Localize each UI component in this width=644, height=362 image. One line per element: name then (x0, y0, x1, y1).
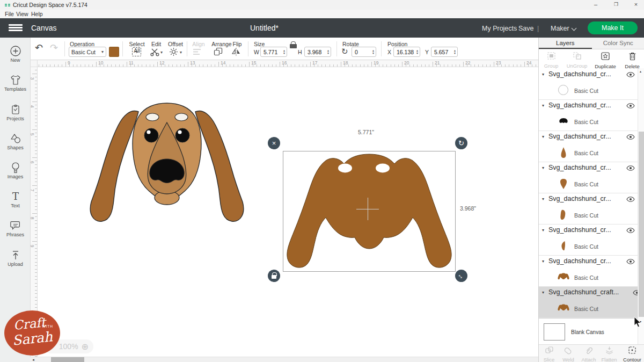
offset-caret-icon[interactable]: ▾ (180, 50, 182, 55)
visibility-eye-icon[interactable] (626, 134, 635, 140)
menu-help[interactable]: Help (31, 11, 43, 17)
tab-layers[interactable]: Layers (539, 38, 592, 49)
selection-height-label: 3.968" (460, 205, 476, 212)
deselect-handle[interactable]: × (268, 137, 280, 149)
close-button[interactable]: × (628, 1, 644, 9)
machine-chevron-down-icon[interactable] (572, 26, 577, 31)
dog-right-ear (195, 111, 244, 221)
select-all-button[interactable]: + (132, 47, 141, 56)
stepper-down-icon[interactable]: ▾ (454, 52, 456, 55)
duplicate-button[interactable]: Duplicate (593, 52, 618, 69)
layer-caret-icon[interactable]: ▾ (542, 290, 544, 295)
horizontal-scrollbar-thumb[interactable] (51, 357, 84, 362)
rotate-icon: ↻ (455, 137, 467, 149)
svg-text:T: T (12, 191, 18, 202)
rotate-input[interactable]: 0 ▴▾ (352, 47, 376, 57)
layer-row[interactable]: ▾ Svg_dachshund_cr... Basic Cut (539, 225, 638, 256)
layer-row[interactable]: ▾ Svg_dachshund_cr... Basic Cut (539, 69, 638, 100)
layer-caret-icon[interactable]: ▾ (542, 103, 544, 108)
sidebar-item-phrases[interactable]: Phrases (0, 220, 31, 237)
layer-row[interactable]: ▾ Svg_dachshund_cr... Basic Cut (539, 100, 638, 131)
blank-canvas-swatch[interactable] (544, 323, 565, 341)
sidebar-item-shapes[interactable]: Shapes (0, 133, 31, 150)
resize-handle[interactable]: ↔ (455, 270, 467, 282)
stepper-down-icon[interactable]: ▾ (416, 52, 418, 55)
x-label: X (387, 49, 391, 55)
sidebar-item-new[interactable]: New (0, 45, 31, 63)
sidebar-item-projects[interactable]: Projects (0, 104, 31, 121)
menu-file[interactable]: File (5, 11, 14, 17)
width-input[interactable]: 5.771 ▴▾ (260, 47, 287, 57)
tab-color-sync[interactable]: Color Sync (592, 38, 644, 49)
delete-button[interactable]: Delete (620, 52, 644, 69)
stepper-down-icon[interactable]: ▾ (283, 52, 285, 55)
edit-caret-icon[interactable]: ▾ (160, 50, 163, 55)
edit-scissors-icon[interactable] (150, 47, 159, 56)
scroll-left-icon[interactable]: ◄ (32, 358, 35, 361)
layer-row[interactable]: ▾ Svg_dachshund_cr... Basic Cut (539, 193, 638, 225)
operation-dropdown[interactable]: Basic Cut ▾ (69, 47, 106, 57)
layer-row[interactable]: ▾ Svg_dachshund_cr... Basic Cut (539, 256, 638, 287)
visibility-eye-icon[interactable] (626, 197, 635, 202)
color-swatch[interactable] (109, 47, 119, 57)
contour-icon (628, 346, 636, 354)
offset-icon[interactable] (169, 47, 178, 56)
scroll-up-icon[interactable]: ▴ (640, 69, 641, 73)
layer-row-selected[interactable]: ▾ Svg_dachshund_craft... Basic Cut (539, 287, 644, 318)
position-y-input[interactable]: 5.657 ▴▾ (431, 47, 458, 57)
visibility-eye-icon[interactable] (626, 165, 635, 171)
make-it-button[interactable]: Make It (588, 21, 638, 34)
undo-icon[interactable]: ↶ (35, 42, 43, 54)
app-header: Canvas Untitled* My Projects Save | Make… (0, 18, 644, 38)
layer-row[interactable]: ▾ Svg_dachshund_cr... Basic Cut (539, 131, 638, 162)
stepper-down-icon[interactable]: ▾ (327, 52, 329, 55)
zoom-in-icon[interactable]: ⊕ (82, 342, 89, 352)
layer-caret-icon[interactable]: ▾ (542, 72, 544, 77)
duplicate-icon (601, 52, 610, 61)
my-projects-link[interactable]: My Projects (482, 25, 517, 32)
machine-select[interactable]: Maker (551, 25, 569, 32)
size-lock-body (290, 44, 297, 48)
sidebar-item-upload[interactable]: Upload (0, 249, 31, 267)
layer-caret-icon[interactable]: ▾ (542, 134, 544, 139)
visibility-eye-icon[interactable] (626, 103, 635, 108)
hamburger-menu-icon[interactable] (9, 24, 23, 32)
blank-canvas-row[interactable]: Blank Canvas (539, 318, 644, 344)
sidebar-item-templates[interactable]: Templates (0, 74, 31, 92)
layers-scrollbar[interactable]: ▴ ▾ (638, 68, 644, 344)
layers-scrollbar-thumb[interactable] (639, 132, 644, 317)
layer-thumb-dog-head (557, 302, 570, 315)
menu-view[interactable]: View (16, 11, 28, 17)
visibility-eye-icon[interactable] (626, 259, 635, 264)
rotate-icon[interactable]: ↻ (341, 47, 348, 56)
position-x-input[interactable]: 16.138 ▴▾ (393, 47, 420, 57)
selection-center-crosshair (368, 198, 368, 220)
sidebar-item-text[interactable]: T Text (0, 191, 31, 208)
save-link[interactable]: Save (518, 25, 534, 32)
sidebar-item-label: Shapes (0, 145, 31, 150)
selection-bounding-box[interactable] (283, 151, 456, 272)
flip-icon[interactable] (231, 47, 241, 56)
maximize-button[interactable]: ❐ (608, 1, 624, 9)
layer-name: Svg_dachshund_cr... (548, 70, 611, 78)
dachshund-artwork-color[interactable] (82, 91, 252, 259)
layer-caret-icon[interactable]: ▾ (542, 197, 544, 201)
contour-button[interactable]: Contour (620, 346, 644, 362)
sidebar-item-images[interactable]: Images (0, 162, 31, 179)
design-canvas[interactable]: 9101112131415161718192021222324 3456789 … (31, 60, 538, 357)
layer-caret-icon[interactable]: ▾ (542, 259, 544, 264)
height-input[interactable]: 3.968 ▴▾ (304, 47, 331, 57)
visibility-eye-icon[interactable] (626, 72, 635, 77)
visibility-eye-icon[interactable] (626, 228, 635, 233)
dog-nose (150, 159, 184, 183)
layer-caret-icon[interactable]: ▾ (542, 165, 544, 170)
lock-handle[interactable] (268, 270, 280, 282)
layer-actions: Group UnGroup Duplicate Delete (539, 49, 644, 69)
layer-row[interactable]: ▾ Svg_dachshund_cr... Basic Cut (539, 162, 638, 193)
layer-caret-icon[interactable]: ▾ (542, 228, 544, 233)
stepper-down-icon[interactable]: ▾ (372, 52, 374, 55)
minimize-button[interactable]: – (588, 1, 604, 9)
arrange-icon[interactable] (214, 47, 223, 56)
dog-left-eye (144, 128, 158, 142)
rotate-handle[interactable]: ↻ (455, 137, 467, 149)
